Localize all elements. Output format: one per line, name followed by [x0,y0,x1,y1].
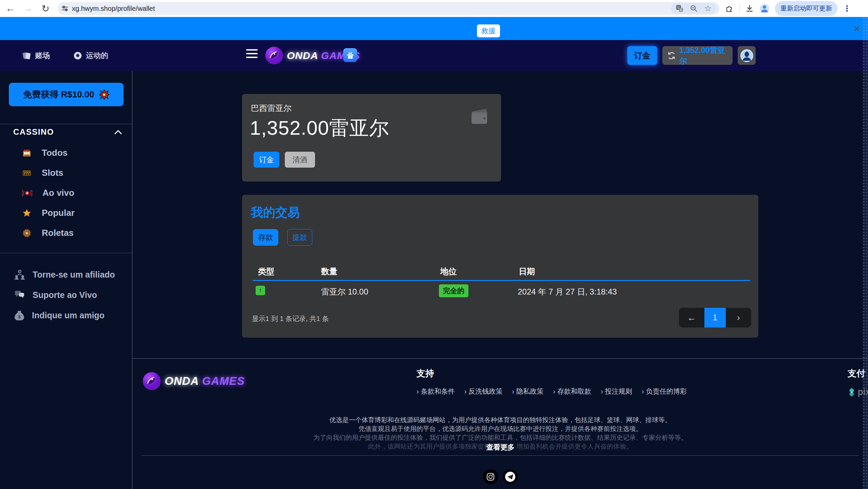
translate-icon[interactable]: G文 [676,4,684,13]
chevron-right-icon: › [642,388,644,395]
banner-close-icon[interactable]: × [854,25,860,32]
forward-icon[interactable]: → [20,1,35,16]
svg-text:$: $ [18,315,21,319]
zoom-out-icon[interactable] [690,4,698,13]
sidebar-item-ao-vivo[interactable]: Ao vivo [0,183,132,203]
cassino-menu: Todos 777 Slots Ao vivo Popular Roletas [0,143,132,243]
slots-777-icon: 777 [22,168,32,178]
instagram-icon[interactable] [483,469,498,484]
sidebar-link-label: Torne-se um afiliado [33,270,115,280]
sidebar-item-popular[interactable]: Popular [0,203,132,223]
footer-link-privacy[interactable]: ›隐私政策 [512,387,543,396]
wallet-deposit-button[interactable]: 订金 [254,152,279,168]
wallet-icon [469,107,489,127]
footer-support-section: 支持 ›条款和条件 ›反洗钱政策 ›隐私政策 ›存款和取款 ›投注规则 ›负责任… [417,368,687,396]
sidebar-divider [0,124,132,124]
cards-icon [22,51,32,60]
sidebar-link-afiliado[interactable]: $ Torne-se um afiliado [0,264,132,285]
broken-image-icon [99,90,109,100]
svg-text:✦: ✦ [150,377,153,381]
balance-amount: 1,352.00雷亚尔 [679,45,728,66]
footer-link-rules[interactable]: ›投注规则 [601,387,632,396]
description-line: 优选是一个体育博彩和在线源码赌场网站，为用户提供各种体育项目的独特投注体验，包括… [133,416,868,425]
svg-text:文: 文 [680,8,683,12]
telegram-icon[interactable] [503,469,518,484]
column-header-status: 地位 [440,266,457,277]
column-header-date: 日期 [519,266,535,277]
row-amount: 雷亚尔 10.00 [321,286,368,297]
logo-text-onda: ONDA [165,375,199,387]
sidebar-link-suporte[interactable]: Suporte ao Vivo [0,285,132,305]
sidebar-section-cassino[interactable]: CASSINO [13,127,122,137]
chevron-right-icon: › [464,388,467,395]
sidebar-link-indique[interactable]: $ Indique um amigo [0,305,132,325]
footer-logo[interactable]: ✦ ONDA GAMES [142,372,245,391]
wallet-withdraw-button[interactable]: 清酒 [285,152,315,168]
transactions-title: 我的交易 [251,204,300,221]
footer-link-deposits[interactable]: ›存款和取款 [553,387,591,396]
see-more-button[interactable]: 查看更多 [133,443,868,452]
chevron-up-icon[interactable] [114,130,122,134]
sidebar-item-label: Ao vivo [42,188,74,198]
chevron-right-icon: › [553,388,555,395]
free-bonus-button[interactable]: 免费获得 R$10.00 [9,83,124,106]
browser-menu-icon[interactable]: ⋮ [843,7,851,10]
svg-text:$: $ [19,270,20,273]
address-bar[interactable]: xg.hwym.shop/profile/wallet G文 ☆ [58,2,720,15]
footer-link-aml[interactable]: ›反洗钱政策 [464,387,503,396]
toolbar-divider [739,4,740,13]
records-summary: 显示1 到 1 条记录, 共1 条 [252,314,329,323]
chevron-right-icon: › [601,388,603,395]
svg-text:✦: ✦ [273,52,276,56]
description-line: 凭借直观且易于使用的平台，优选源码允许用户在现场比赛中进行投注，并提供各种赛前投… [133,425,868,433]
hamburger-menu-icon[interactable] [246,49,258,58]
chevron-right-icon: › [417,388,419,395]
logo-gamepad-icon: ✦ [142,372,161,391]
site-settings-icon[interactable] [61,5,69,12]
pagination-prev-icon[interactable]: ← [679,308,704,327]
tab-deposits[interactable]: 存款 [253,229,278,246]
sidebar-item-roletas[interactable]: Roletas [0,223,132,243]
reload-icon[interactable]: ↻ [38,1,53,16]
nav-item-casino[interactable]: 赌场 [22,40,50,71]
bookmark-star-icon[interactable]: ☆ [704,5,712,12]
site-navbar: 赌场 运动的 ✦ ONDA GAMES 订金 1,352.00雷亚尔 [0,40,868,71]
page-scrollbar[interactable] [863,17,868,489]
nav-item-sports[interactable]: 运动的 [73,40,108,71]
download-icon[interactable] [745,4,754,13]
star-icon [22,208,32,218]
sidebar: 免费获得 R$10.00 CASSINO Todos 777 Slots [0,71,132,489]
transactions-card: 我的交易 存款 提款 类型 数量 地位 日期 ↑ 雷亚尔 10.00 完全的 2… [242,195,758,338]
logo-gamepad-icon: ✦ [265,46,283,65]
chrome-update-button[interactable]: 重新启动即可更新 [775,1,837,16]
footer-link-terms[interactable]: ›条款和条件 [417,387,455,396]
sidebar-item-slots[interactable]: 777 Slots [0,163,132,183]
refresh-icon[interactable] [667,51,676,60]
sidebar-link-label: Indique um amigo [32,311,105,320]
sidebar-item-label: Slots [42,168,63,178]
cassino-title: CASSINO [13,127,54,137]
navbar-deposit-button[interactable]: 订金 [627,46,657,65]
table-header-underline [253,280,750,281]
pagination-page-1[interactable]: 1 [704,308,726,327]
tab-withdrawals[interactable]: 提款 [287,229,312,246]
balance-pill[interactable]: 1,352.00雷亚尔 [662,46,733,65]
nav-label-sports: 运动的 [86,51,108,61]
gift-button[interactable] [343,48,357,62]
deposit-arrow-up-icon: ↑ [256,286,265,295]
pagination-next-icon[interactable]: › [726,308,751,327]
social-links [133,469,868,484]
url-text[interactable]: xg.hwym.shop/profile/wallet [72,5,671,13]
logo-text-games: GAMES [202,375,245,387]
main-content: 巴西雷亚尔 1,352.00雷亚尔 订金 清酒 我的交易 存款 提款 类型 数量… [133,71,868,489]
browser-profile-avatar[interactable] [759,3,770,14]
browser-toolbar: ← → ↻ xg.hwym.shop/profile/wallet G文 ☆ [0,0,868,17]
user-avatar-button[interactable] [738,46,756,65]
footer-link-responsible[interactable]: ›负责任的博彩 [642,387,687,396]
sidebar-item-todos[interactable]: Todos [0,143,132,163]
back-icon[interactable]: ← [3,1,18,16]
extensions-icon[interactable] [725,4,734,13]
sidebar-item-label: Roletas [42,228,74,238]
sidebar-item-label: Todos [42,148,68,158]
rescue-button[interactable]: 救援 [477,24,500,37]
